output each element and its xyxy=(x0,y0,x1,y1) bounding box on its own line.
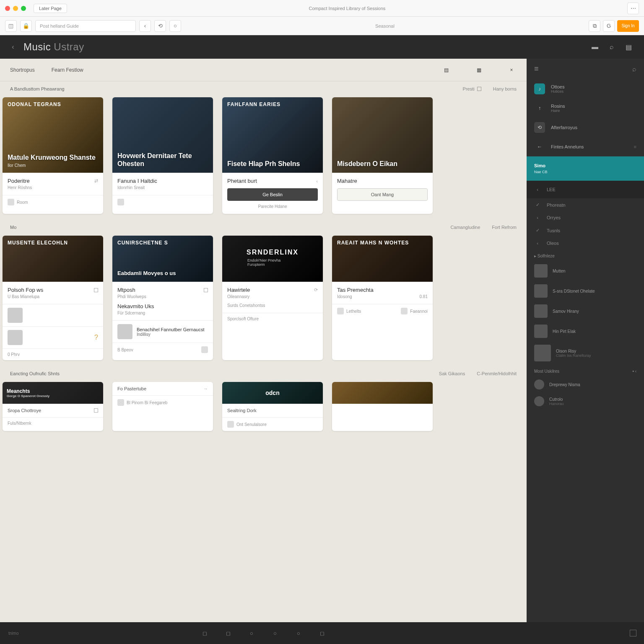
icon xyxy=(401,308,408,314)
app-header: ‹ Music Ustray ▬ ⌕ ▤ xyxy=(0,35,644,59)
small-card[interactable]: odcn Sealtring Dork Ont Senulalsore xyxy=(222,382,323,431)
sidebar-item-ottoes[interactable]: ♪ OttoesHutices xyxy=(527,79,644,99)
back-icon: ← xyxy=(534,141,545,152)
card-foot: Lethelts Faeannoi xyxy=(332,304,433,318)
card-foot: Room xyxy=(3,195,103,209)
sidebar-nav-orryes[interactable]: ‹Orryes xyxy=(527,211,644,224)
section-right[interactable]: C-Penmle/Hidolhhit xyxy=(477,371,517,376)
options-icon[interactable]: ⇄ xyxy=(94,178,98,184)
reload-icon[interactable]: ⟲ xyxy=(154,20,166,32)
save-icon[interactable] xyxy=(117,399,124,406)
checkbox-icon[interactable] xyxy=(94,408,98,413)
sidebar-active-item[interactable]: Simo Nae CB xyxy=(527,156,644,181)
shield-icon[interactable]: ◫ xyxy=(5,20,17,32)
cover-top-label: RAEAIT MAHS N WOHTES xyxy=(337,240,409,246)
music-note-icon: ♪ xyxy=(534,83,545,94)
player-btn-6[interactable]: ◻ xyxy=(316,627,328,639)
cover-title: Matule Krunweong Shanste xyxy=(8,153,98,161)
play-button[interactable]: Oant Mang xyxy=(337,188,428,201)
track-item[interactable]: ? xyxy=(3,326,103,348)
album-card[interactable]: RAEAIT MAHS N WOHTES Tas Premechta Idoso… xyxy=(332,236,433,360)
card-link[interactable]: Parecite Hdane xyxy=(227,204,318,209)
small-card[interactable] xyxy=(332,382,433,431)
close-icon[interactable]: × xyxy=(506,65,517,75)
sidebar-thumb-item[interactable]: Samov Hirany xyxy=(527,301,644,321)
track-item[interactable] xyxy=(3,304,103,326)
chevron-icon[interactable]: → xyxy=(203,386,208,391)
tab-fearnfestlow[interactable]: Fearn Festlow xyxy=(52,67,83,73)
share-icon[interactable] xyxy=(201,346,208,353)
sidebar-footer-item[interactable]: Dreprewy Nisma xyxy=(527,376,644,393)
signin-button[interactable]: Sign In xyxy=(617,20,639,32)
album-card[interactable]: CUNIRSCHETNE S Eabdamli Movyes o us Mtpo… xyxy=(112,236,213,360)
sidebar-thumb-item-large[interactable]: Oison RisyCtalm Iss Ranelturay xyxy=(527,341,644,365)
checkbox-icon[interactable] xyxy=(204,288,208,292)
player-btn-2[interactable]: ◻ xyxy=(222,627,234,639)
home-icon[interactable]: ○ xyxy=(169,20,181,32)
browser-tab[interactable]: Later Page xyxy=(34,4,67,13)
card-title-2: Nekavmito Uks xyxy=(117,303,208,309)
player-btn-5[interactable]: ○ xyxy=(293,627,304,639)
tab-shortropus[interactable]: Shortropus xyxy=(10,67,35,73)
album-card[interactable]: SRNDERLINX Endolri'Nier Pnevha Furopterm… xyxy=(222,236,323,360)
list-view-icon[interactable]: ▤ xyxy=(441,65,451,75)
sidebar-nav-tusnls[interactable]: ✓Tusnls xyxy=(527,224,644,237)
thumb-icon xyxy=(534,304,548,318)
section-right[interactable]: Fort Refrom xyxy=(492,225,517,230)
album-card[interactable]: ODONAL TEGRANS Matule Krunweong Shanste … xyxy=(3,97,103,214)
track-item[interactable]: Benachihel Fannutber GernaucstIndillisy xyxy=(112,320,213,343)
card-sub: Phdi Wuolweps xyxy=(117,294,208,299)
album-card[interactable]: Misdebern O Eikan Mahatre Oant Mang xyxy=(332,97,433,214)
section-action-hany[interactable]: Hany borns xyxy=(493,86,517,91)
small-card[interactable]: Fo Pastertube → Bl Pinom Bi Feegareb xyxy=(112,382,213,431)
expand-icon[interactable] xyxy=(630,630,636,636)
sidebar-nav-phoreatn[interactable]: ✓Phoreatn xyxy=(527,198,644,211)
folder-icon[interactable]: ▬ xyxy=(588,40,602,54)
minimize-window-icon[interactable] xyxy=(13,6,18,11)
chevron-icon[interactable]: ⟳ xyxy=(314,287,318,293)
sidebar-nav-lee[interactable]: ‹LEE xyxy=(527,183,644,196)
album-card[interactable]: FAHLFANN EARIES Fisete Hlap Prh Shelns P… xyxy=(222,97,323,214)
play-button[interactable]: Ge Beslin xyxy=(227,188,318,201)
chevron-icon[interactable]: ‹ xyxy=(316,179,318,184)
window-settings-icon[interactable]: ⋯ xyxy=(627,3,639,14)
checkbox-icon[interactable] xyxy=(477,87,481,91)
section-heading: Eancting Oufnufic Shnts xyxy=(10,371,60,376)
maximize-window-icon[interactable] xyxy=(21,6,26,11)
player-btn-4[interactable]: ○ xyxy=(269,627,281,639)
player-btn-3[interactable]: ○ xyxy=(246,627,257,639)
sidebar-item-fintes[interactable]: ← Fintes Anneluns ≡ xyxy=(527,137,644,156)
copy-icon[interactable]: ⧉ xyxy=(589,20,600,32)
tag-icon xyxy=(8,199,14,205)
close-window-icon[interactable] xyxy=(5,6,10,11)
menu-icon[interactable]: ≡ xyxy=(634,144,636,149)
check-icon: ✓ xyxy=(534,228,541,233)
section-action-presti[interactable]: Presti xyxy=(463,86,475,91)
sidebar-nav-oleos[interactable]: ‹Oleos xyxy=(527,237,644,249)
card-title: Fanuna I Haltdic xyxy=(117,178,208,184)
grid-view-icon[interactable]: ▦ xyxy=(474,65,484,75)
sidebar-thumb-item[interactable]: Mutten xyxy=(527,261,644,281)
library-icon[interactable]: ▤ xyxy=(621,40,636,54)
dropdown-icon[interactable]: ‹ xyxy=(139,20,151,32)
sidebar-thumb-item[interactable]: Hin Pirt Elak xyxy=(527,321,644,341)
sidebar-item-afterfarroyus[interactable]: ⟲ Afterfarroyus xyxy=(527,118,644,137)
album-card[interactable]: MUSENTE ELECOHLN Polsoh Fop ws U Bas Mia… xyxy=(3,236,103,360)
lock-icon[interactable]: 🔒 xyxy=(20,20,32,32)
sidebar-item-rosins[interactable]: ↑ RosinsHaire xyxy=(527,99,644,118)
search-icon[interactable]: ⌕ xyxy=(632,65,636,73)
more-icon[interactable]: • ‹ xyxy=(632,369,636,374)
url-input[interactable]: Post helland Guide xyxy=(35,20,136,32)
sidebar-footer-item[interactable]: CutroloHanorau xyxy=(527,393,644,410)
star-icon: ? xyxy=(94,334,98,341)
refresh-icon[interactable]: G xyxy=(603,20,615,32)
search-icon[interactable]: ⌕ xyxy=(605,40,619,54)
small-card[interactable]: Meanchts Gorge O Spanerot Onessly Sropa … xyxy=(3,382,103,431)
checkbox-icon[interactable] xyxy=(94,288,98,292)
back-icon[interactable]: ‹ xyxy=(8,42,18,52)
album-card[interactable]: Hovwerk Dernitaer Tete Ohesten Fanuna I … xyxy=(112,97,213,214)
player-btn-1[interactable]: ◻ xyxy=(199,627,210,639)
menu-icon[interactable]: ≡ xyxy=(534,65,539,73)
card-title: Phetant burt‹ xyxy=(227,178,318,184)
sidebar-thumb-item[interactable]: S-sra DStonet Ohelate xyxy=(527,281,644,301)
